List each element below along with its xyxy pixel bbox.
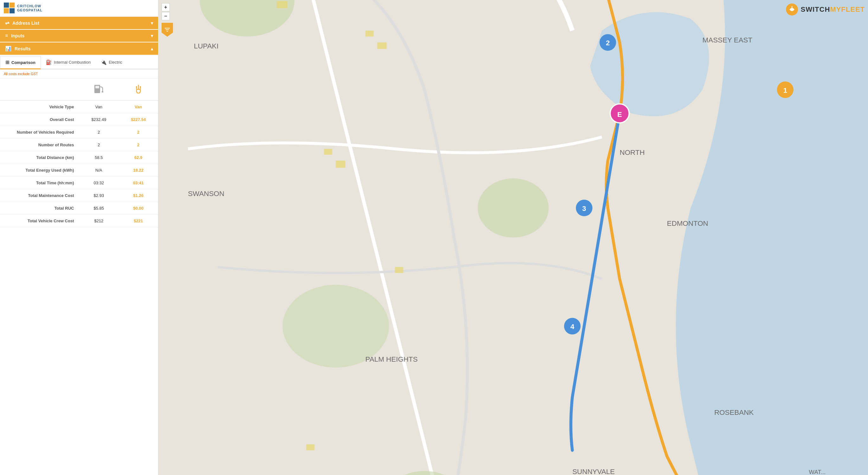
results-chevron: ▴ [151,46,153,51]
tab-electric[interactable]: 🔌 Electric [96,56,127,69]
row-ic-value-4: 58.5 [79,151,119,164]
row-ev-value-8: $0.00 [119,202,158,215]
zoom-in-button[interactable]: + [161,3,170,11]
row-label-1: Overall Cost [0,114,79,126]
row-ic-value-8: $5.85 [79,202,119,215]
tab-electric-label: Electric [108,60,122,65]
table-row: Overall Cost$232.49$227.54 [0,114,158,126]
row-label-3: Number of Routes [0,139,79,151]
switchmyfleet-logo-icon [786,3,798,16]
row-label-2: Number of Vehicles Required [0,126,79,139]
right-panel: WHENUAPAI HOBSONVILLE BIRKDALE ROYAL HEI… [158,0,868,475]
address-list-chevron: ▾ [151,21,153,26]
table-row: Total Time (hh:mm)03:3203:41 [0,177,158,189]
svg-text:2: 2 [606,39,610,47]
inputs-icon: ≡ [5,33,8,39]
comparison-table: Vehicle TypeVanVanOverall Cost$232.49$22… [0,78,158,227]
row-ev-value-6: 03:41 [119,177,158,189]
svg-text:3: 3 [582,204,586,213]
row-ic-value-7: $2.93 [79,189,119,202]
svg-text:SWANSON: SWANSON [188,190,224,198]
svg-text:4: 4 [570,323,574,330]
svg-rect-3 [9,8,14,13]
svg-rect-21 [395,267,403,273]
top-bar: CRITCHLOW GEOSPATIAL [0,0,158,17]
row-ev-value-5: 18.22 [119,164,158,177]
row-label-0: Vehicle Type [0,101,79,114]
svg-rect-0 [4,3,9,8]
filter-button[interactable] [161,23,173,37]
tab-internal-combustion[interactable]: ⛽ Internal Combustion [41,56,96,69]
table-row: Vehicle TypeVanVan [0,101,158,114]
svg-rect-6 [102,91,103,92]
svg-text:NORTH: NORTH [620,149,645,156]
svg-rect-2 [4,8,9,13]
map-svg: WHENUAPAI HOBSONVILLE BIRKDALE ROYAL HEI… [158,0,868,475]
map-container: WHENUAPAI HOBSONVILLE BIRKDALE ROYAL HEI… [158,0,868,475]
row-ev-value-4: 62.9 [119,151,158,164]
ev-header-icon [119,78,158,101]
table-row: Total RUC$5.85$0.00 [0,202,158,215]
row-ev-value-0: Van [119,101,158,114]
svg-text:SUNNYVALE: SUNNYVALE [572,468,615,475]
row-label-4: Total Distance (km) [0,151,79,164]
row-label-8: Total RUC [0,202,79,215]
row-label-7: Total Maintenance Cost [0,189,79,202]
tabs-row: ⊞ Comparison ⛽ Internal Combustion 🔌 Ele… [0,55,158,69]
row-ic-value-6: 03:32 [79,177,119,189]
tab-comparison-label: Comparison [11,60,35,65]
map-controls: + − [161,3,173,37]
svg-rect-18 [377,42,387,49]
row-ic-value-9: $212 [79,215,119,227]
top-right-logo: SWITCHMYFLEET [786,3,865,16]
fuel-pump-icon: ⛽ [46,60,52,65]
svg-text:1: 1 [783,87,787,94]
row-ic-value-1: $232.49 [79,114,119,126]
table-row: Number of Routes22 [0,139,158,151]
svg-text:PALM HEIGHTS: PALM HEIGHTS [365,355,417,363]
inputs-label: Inputs [11,33,24,38]
row-ic-value-5: N/A [79,164,119,177]
table-row: Total Energy Used (kWh)N/A18.22 [0,164,158,177]
row-label-5: Total Energy Used (kWh) [0,164,79,177]
svg-rect-16 [277,1,287,8]
address-list-icon: ⇌ [5,20,9,26]
table-row: Number of Vehicles Required22 [0,126,158,139]
left-panel: CRITCHLOW GEOSPATIAL ⇌ Address List ▾ ≡ … [0,0,158,475]
row-ic-value-2: 2 [79,126,119,139]
gst-note: All costs exclude GST [0,69,158,78]
content-area: All costs exclude GST [0,69,158,475]
svg-text:WAT...: WAT... [809,469,826,475]
svg-rect-1 [9,3,14,8]
results-accordion[interactable]: 📊 Results ▴ [0,42,158,55]
tab-comparison[interactable]: ⊞ Comparison [0,56,41,69]
row-ev-value-1: $227.54 [119,114,158,126]
row-ic-value-3: 2 [79,139,119,151]
svg-text:E: E [617,110,622,119]
electric-icon: 🔌 [101,60,107,65]
svg-rect-17 [365,31,373,37]
svg-rect-5 [95,86,99,88]
row-ev-value-7: $1.26 [119,189,158,202]
my-fleet-text: MYFLEET [830,5,865,13]
critchlow-logo [4,3,15,14]
svg-point-56 [790,8,794,11]
svg-rect-19 [324,149,332,155]
svg-text:LUPAKI: LUPAKI [194,42,219,50]
row-ev-value-3: 2 [119,139,158,151]
address-list-label: Address List [12,21,39,26]
row-ic-value-0: Van [79,101,119,114]
table-row: Total Maintenance Cost$2.93$1.26 [0,189,158,202]
address-list-accordion[interactable]: ⇌ Address List ▾ [0,17,158,29]
comparison-icon: ⊞ [5,60,9,65]
zoom-out-button[interactable]: − [161,12,170,20]
switch-text: SWITCH [801,5,830,13]
results-label: Results [14,46,31,51]
inputs-accordion[interactable]: ≡ Inputs ▾ [0,30,158,42]
results-icon: 📊 [5,45,11,52]
tab-internal-combustion-label: Internal Combustion [54,60,91,65]
table-row: Total Vehicle Crew Cost$212$221 [0,215,158,227]
row-ev-value-9: $221 [119,215,158,227]
critchlow-text: CRITCHLOW GEOSPATIAL [17,4,42,12]
svg-point-11 [478,178,549,238]
